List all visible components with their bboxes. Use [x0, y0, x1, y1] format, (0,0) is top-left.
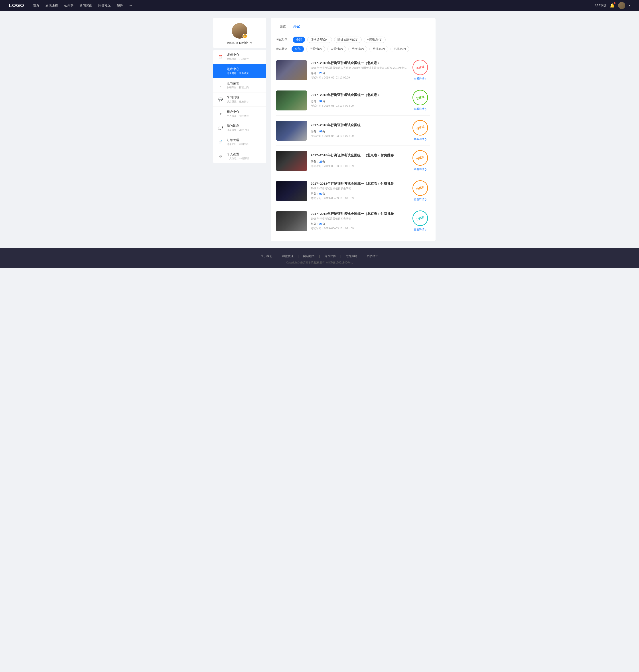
view-detail-button[interactable]: 查看详情 [414, 167, 427, 171]
course-center-text: 课程中心 精彩课程，不容错过 [227, 53, 262, 61]
footer-sitemap[interactable]: 网站地图 [303, 254, 315, 258]
app-download-link[interactable]: APP下载 [595, 3, 606, 7]
exam-title: 2017–2018年行测证件考试全国统一 [311, 123, 407, 127]
exam-item: 2017–2018年行测证件考试全国统一（北京卷）付费批卷 2018年行测考试是… [276, 176, 430, 206]
course-center-label: 课程中心 [227, 53, 262, 57]
nav-question-bank[interactable]: 题库 [117, 3, 123, 7]
nav-news[interactable]: 新闻资讯 [80, 3, 92, 7]
navbar-right: APP下载 🔔 ▾ [595, 2, 630, 9]
exam-score: 得分：25分 [311, 222, 407, 226]
sidebar-item-course-center[interactable]: 📅 课程中心 精彩课程，不容错过 [213, 50, 266, 64]
exam-score: 得分：99分 [311, 99, 407, 103]
orders-text: 订单管理 订单支出、明明白白 [227, 138, 262, 146]
sidebar-item-question-bank[interactable]: ☰ 题库中心 海量习题、助力通关 [213, 64, 266, 78]
orders-icon: 📄 [217, 139, 224, 145]
course-center-icon: 📅 [217, 54, 224, 60]
filter-status-failed[interactable]: 未通过(2) [327, 46, 346, 52]
account-icon: ♥ [217, 111, 224, 117]
filter-type-random[interactable]: 随机抽题考试(5) [334, 36, 362, 43]
exam-status-area: 已通过 查看详情 [410, 90, 430, 111]
footer-partners[interactable]: 合作伙伴 [324, 254, 336, 258]
nav-home[interactable]: 首页 [33, 3, 39, 7]
account-sub: 个人权益、实时掌握 [227, 114, 262, 117]
tab-exam[interactable]: 考试 [290, 23, 303, 32]
settings-text: 个人设置 个人信息、一键管理 [227, 153, 262, 160]
status-stamp: 已通过 [411, 88, 430, 107]
nav-open[interactable]: 公开课 [64, 3, 74, 7]
filter-status-pending[interactable]: 待考试(2) [348, 46, 367, 52]
course-center-sub: 精彩课程，不容错过 [227, 58, 262, 61]
exam-time: 考试时间：2019–05–03 10：09：09 [311, 227, 407, 230]
filter-status-all[interactable]: 全部 [292, 46, 304, 52]
exam-desc: 2018年行测考试是最值得多去研究 2018年行测考试是最值得多去研究 2018… [311, 66, 407, 70]
filter-status-pending-review[interactable]: 待批阅(2) [370, 46, 388, 52]
exam-score: 得分：25分 [311, 160, 407, 164]
view-detail-button[interactable]: 查看详情 [414, 107, 427, 111]
profile-name: Natalie Smith ✎ [217, 41, 263, 45]
exam-time: 考试时间：2019–05–03 10：09：09 [311, 104, 407, 108]
logo: LOGO [9, 3, 24, 9]
footer-disclaimer[interactable]: 免责声明 [345, 254, 357, 258]
footer-copyright: Copyright© 云朵商学院 版权所有 京ICP备17051340号–1 [4, 261, 635, 265]
sidebar-item-qa[interactable]: 💬 学习问答 课后重温、疑难解答 [213, 93, 266, 107]
exam-time: 考试时间：2019–05–03 10：09：09 [311, 134, 407, 138]
exam-title: 2017–2018年行测证件考试全国统一（北京卷） [311, 61, 407, 65]
user-avatar[interactable] [618, 2, 625, 9]
exam-info: 2017–2018年行测证件考试全国统一（北京卷） 2018年行测考试是最值得多… [311, 61, 407, 80]
exam-info: 2017–2018年行测证件考试全国统一 得分：99分 考试时间：2019–05… [311, 123, 407, 138]
qa-text: 学习问答 课后重温、疑难解答 [227, 96, 262, 103]
exam-item: 2017–2018年行测证件考试全国统一（北京卷） 得分：99分 考试时间：20… [276, 85, 430, 115]
footer: 关于我们 | 加盟代理 | 网站地图 | 合作伙伴 | 免责声明 | 招贤纳士 … [0, 248, 639, 268]
tab-question-bank[interactable]: 题库 [276, 23, 290, 32]
filter-status-reviewed[interactable]: 已批阅(2) [390, 46, 409, 52]
exam-thumbnail [276, 121, 307, 141]
exam-score: 得分：99分 [311, 192, 407, 196]
filter-type-certificate[interactable]: 证书类考试(4) [307, 36, 332, 43]
exam-title: 2017–2018年行测证件考试全国统一（北京卷）付费批卷 [311, 182, 407, 186]
settings-sub: 个人信息、一键管理 [227, 157, 262, 160]
user-dropdown-arrow[interactable]: ▾ [629, 4, 630, 7]
question-bank-icon: ☰ [217, 68, 224, 74]
sidebar-item-certificate[interactable]: 🎖 证书荣誉 收获荣誉、持证上岗 [213, 78, 266, 93]
edit-profile-icon[interactable]: ✎ [250, 41, 252, 44]
exam-time: 考试时间：2019–05–03 10:09:09 [311, 76, 407, 80]
view-detail-button[interactable]: 查看详情 [414, 77, 427, 81]
sidebar-item-messages[interactable]: 💭 我的消息 消息通知、及时了解 [213, 121, 266, 135]
view-detail-button[interactable]: 查看详情 [414, 197, 427, 202]
footer-franchise[interactable]: 加盟代理 [282, 254, 294, 258]
sidebar-item-orders[interactable]: 📄 订单管理 订单支出、明明白白 [213, 135, 266, 149]
exam-time: 考试时间：2019–05–03 10：09：09 [311, 164, 407, 168]
certificate-sub: 收获荣誉、持证上岗 [227, 86, 262, 89]
exam-desc: 2018年行测考试是最值得多去研究 [311, 187, 407, 191]
exam-thumbnail [276, 91, 307, 110]
footer-careers[interactable]: 招贤纳士 [367, 254, 378, 258]
orders-label: 订单管理 [227, 138, 262, 142]
exam-info: 2017–2018年行测证件考试全国统一（北京卷）付费批卷 2018年行测考试是… [311, 182, 407, 200]
status-stamp: 待考试 [411, 118, 430, 137]
footer-about[interactable]: 关于我们 [261, 254, 272, 258]
filter-type-all[interactable]: 全部 [293, 36, 305, 43]
messages-text: 我的消息 消息通知、及时了解 [227, 124, 262, 132]
filter-type-label: 考试类型： [276, 38, 291, 42]
profile-avatar-wrap: 🏅 [232, 23, 247, 38]
view-detail-button[interactable]: 查看详情 [414, 137, 427, 141]
qa-label: 学习问答 [227, 96, 262, 100]
orders-sub: 订单支出、明明白白 [227, 143, 262, 146]
sidebar-item-settings[interactable]: ⚙ 个人设置 个人信息、一键管理 [213, 149, 266, 163]
view-detail-button[interactable]: 查看详情 [414, 228, 427, 231]
filter-type-paid[interactable]: 付费批卷(6) [364, 36, 386, 43]
exam-thumbnail [276, 211, 307, 231]
exam-thumbnail [276, 60, 307, 80]
certificate-icon: 🎖 [217, 82, 224, 89]
nav-qa[interactable]: 问答社区 [98, 3, 111, 7]
sidebar-item-account[interactable]: ♥ 账户中心 个人权益、实时掌握 [213, 107, 266, 121]
exam-status-area: 未通过 查看详情 [410, 60, 430, 81]
content-tabs: 题库 考试 [276, 23, 430, 32]
exam-item: 2017–2018年行测证件考试全国统一 得分：99分 考试时间：2019–05… [276, 115, 430, 146]
content-area: 题库 考试 考试类型： 全部 证书类考试(4) 随机抽题考试(5) 付费批卷(6… [271, 18, 436, 241]
nav-more[interactable]: ··· [129, 3, 132, 7]
nav-courses[interactable]: 发现课程 [46, 3, 58, 7]
filter-status-passed[interactable]: 已通过(2) [306, 46, 325, 52]
username-text: Natalie Smith [227, 41, 248, 45]
notification-bell[interactable]: 🔔 [610, 3, 614, 8]
